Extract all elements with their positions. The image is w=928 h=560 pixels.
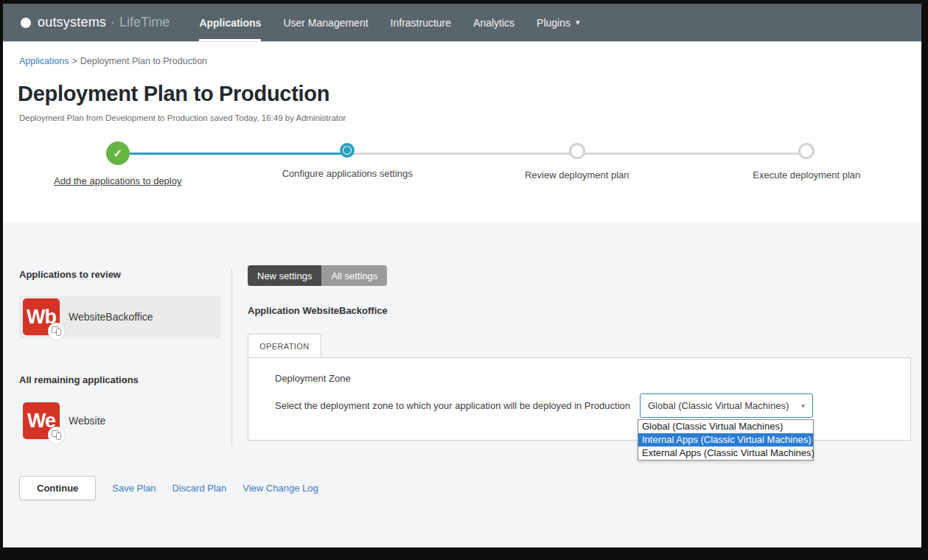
step-execute-plan: Execute deployment plan xyxy=(692,141,922,186)
breadcrumb-separator: > xyxy=(71,56,77,66)
step-review-plan: Review deployment plan xyxy=(462,141,692,186)
outsystems-brand[interactable]: outsystems · LifeTime xyxy=(21,4,170,41)
brand-separator: · xyxy=(111,15,115,30)
breadcrumb: Applications>Deployment Plan to Producti… xyxy=(19,56,207,66)
view-change-log-link[interactable]: View Change Log xyxy=(243,483,318,494)
settings-view-toggle: New settings All settings xyxy=(248,265,387,286)
application-heading: Application WebsiteBackoffice xyxy=(248,305,388,316)
step-upcoming-icon xyxy=(569,143,585,159)
step-label-execute-plan: Execute deployment plan xyxy=(753,169,860,181)
app-row-websitebackoffice[interactable]: Wb WebsiteBackoffice xyxy=(19,295,220,338)
step-upcoming-icon xyxy=(798,143,814,159)
lifetime-app-window: outsystems · LifeTime Applications User … xyxy=(3,4,921,547)
app-name-label: WebsiteBackoffice xyxy=(69,311,153,323)
applications-to-review-heading: Applications to review xyxy=(19,269,121,280)
outsystems-logo-icon xyxy=(21,18,31,28)
nav-item-applications[interactable]: Applications xyxy=(199,4,261,41)
step-label-add-applications[interactable]: Add the applications to deploy xyxy=(54,175,181,186)
tab-all-settings[interactable]: All settings xyxy=(321,265,387,286)
devices-icon xyxy=(52,430,61,440)
option-external-apps[interactable]: External Apps (Classic Virtual Machines) xyxy=(638,447,813,460)
selected-zone-value: Global (Classic Virtual Machines) xyxy=(648,400,789,411)
tab-operation[interactable]: OPERATION xyxy=(248,334,321,357)
main-nav: Applications User Management Infrastruct… xyxy=(199,4,579,41)
operation-settings-box: Deployment Zone Select the deployment zo… xyxy=(248,357,911,441)
application-settings-panel: New settings All settings Application We… xyxy=(248,223,911,547)
deployment-zone-select[interactable]: Global (Classic Virtual Machines) ▾ xyxy=(640,393,813,418)
step-configure-settings: Configure applications settings xyxy=(233,141,463,186)
step-label-review-plan: Review deployment plan xyxy=(525,169,629,181)
app-row-website[interactable]: We Website xyxy=(19,399,220,442)
nav-item-infrastructure[interactable]: Infrastructure xyxy=(391,4,451,41)
step-add-applications: ✓ Add the applications to deploy xyxy=(3,141,233,186)
top-navbar: outsystems · LifeTime Applications User … xyxy=(3,4,921,42)
page-title: Deployment Plan to Production xyxy=(18,82,329,106)
option-global[interactable]: Global (Classic Virtual Machines) xyxy=(638,420,813,433)
continue-button[interactable]: Continue xyxy=(19,476,96,500)
nav-item-plugins[interactable]: Plugins ▾ xyxy=(537,4,579,41)
devices-icon xyxy=(52,326,61,336)
save-plan-link[interactable]: Save Plan xyxy=(112,483,156,494)
tab-new-settings[interactable]: New settings xyxy=(248,265,321,286)
remaining-applications-heading: All remaining applications xyxy=(19,374,139,385)
nav-item-analytics[interactable]: Analytics xyxy=(473,4,514,41)
option-internal-apps[interactable]: Internal Apps (Classic Virtual Machines) xyxy=(638,433,813,447)
multi-environment-badge xyxy=(48,323,65,340)
select-caret-icon: ▾ xyxy=(801,402,805,410)
deployment-zone-select-wrap: Global (Classic Virtual Machines) ▾ Glob… xyxy=(640,393,813,418)
brand-product: LifeTime xyxy=(119,15,170,30)
deployment-zone-option-list: Global (Classic Virtual Machines) Intern… xyxy=(638,419,814,461)
step-label-configure-settings: Configure applications settings xyxy=(282,168,413,179)
chevron-down-icon: ▾ xyxy=(576,18,580,27)
check-icon: ✓ xyxy=(113,147,122,160)
multi-environment-badge xyxy=(48,427,65,444)
step-completed-icon: ✓ xyxy=(106,141,130,165)
breadcrumb-current: Deployment Plan to Production xyxy=(80,56,207,66)
step-current-icon xyxy=(340,143,355,158)
deployment-stepper: ✓ Add the applications to deploy Configu… xyxy=(3,141,921,189)
plan-actions: Continue Save Plan Discard Plan View Cha… xyxy=(19,476,318,500)
app-icon-websitebackoffice: Wb xyxy=(23,298,60,335)
deployment-zone-description: Select the deployment zone to which your… xyxy=(275,400,630,411)
page-subtitle: Deployment Plan from Development to Prod… xyxy=(19,113,346,122)
brand-name: outsystems xyxy=(38,15,106,30)
deployment-zone-label: Deployment Zone xyxy=(275,373,351,384)
settings-workspace: Applications to review Wb WebsiteBackoff… xyxy=(3,223,921,547)
discard-plan-link[interactable]: Discard Plan xyxy=(172,483,227,494)
panel-divider xyxy=(231,268,232,445)
app-name-label: Website xyxy=(69,415,105,427)
breadcrumb-applications-link[interactable]: Applications xyxy=(19,56,69,66)
app-icon-website: We xyxy=(23,402,60,439)
nav-item-user-management[interactable]: User Management xyxy=(283,4,368,41)
